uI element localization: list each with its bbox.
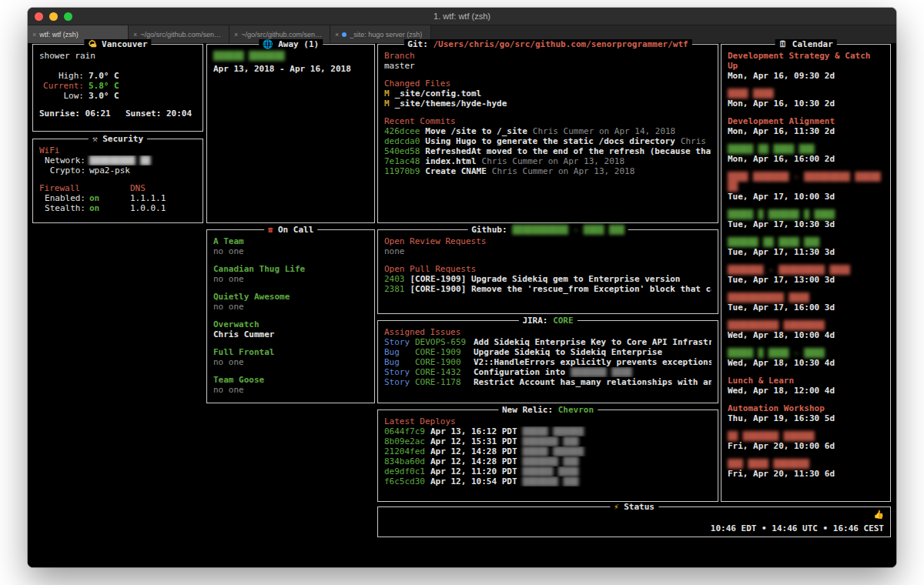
deploy-hash: 834ba60d [384,456,425,466]
git-title-prefix: Git: [407,39,428,49]
branch-name: master [384,61,711,71]
pull-requests-header: Open Pull Requests [384,264,711,274]
calendar-event-date: Tue, Apr 17, 11:30 3d [728,247,884,257]
calendar-event: █████ █ ████ - ████ Wed, Apr 18, 10:30 4… [728,348,884,368]
file-flag: M [384,89,390,99]
away-title: Away (1) [278,39,319,49]
calendar-event: ████ ████ Mon, Apr 16, 10:30 2d [728,89,884,109]
weather-title: Vancouver [102,39,148,49]
calendar-event-title: █████ █ ████ - ████ [728,348,884,358]
weather-sunrise: Sunrise: 06:21 [39,109,111,119]
deploy-hash: 8b09e2ac [384,436,425,446]
issue-description: Upgrade Sidekiq to Sidekiq Enterprise [474,347,662,357]
deploy-row: 0644f7c9Apr 13, 16:12 PDT█████ ██████ [384,426,711,436]
calendar-panel: 🗓 Calendar Development Strategy & Catch … [721,44,891,502]
terminal-content: 🌤 Vancouver shower rain High:7.0° C Curr… [28,43,896,567]
calendar-event-title: ████ ███████ - █████████ █████ ██ [728,172,884,192]
calendar-event-title: ██████ ██ ████ ███ [728,237,884,247]
calendar-event-title: Development Strategy & Catch Up [728,51,884,71]
calendar-event-date: Tue, Apr 17, 10:00 3d [728,192,884,202]
issue-type: Story [384,377,415,387]
away-dates: Apr 13, 2018 - Apr 16, 2018 [213,64,368,74]
calendar-event-title: ███████ - █████████ ████ [728,265,884,275]
tab-close-icon[interactable]: × [32,31,36,38]
minimize-window-button[interactable] [49,12,58,21]
terminal-window: 1. wtf: wtf (zsh) × wtf: wtf (zsh) × ~/g… [28,8,896,567]
dns-primary: 1.1.1.1 [130,193,166,203]
tab-activity-dot [342,32,346,37]
calendar-title: Calendar [792,39,833,49]
weather-low-value: 3.0° C [89,91,119,101]
firewall-enabled-value: on [89,193,99,203]
pr-number: 2403 [384,274,405,284]
changed-file: M_site/config.toml [384,89,711,99]
calendar-event-title: Automation Workshop [728,403,884,413]
calendar-event-date: Fri, Apr 20, 10:00 6d [728,441,884,451]
traffic-lights [35,12,72,21]
tab-label: wtf: wtf (zsh) [39,31,79,38]
oncall-person: no one [213,357,368,367]
tab-label: _site: hugo server (zsh) [350,31,422,38]
issue-id: CORE-1178 [415,377,474,387]
calendar-event-title: ███████████ ████ [728,292,884,303]
wifi-header: WiFi [39,145,196,155]
away-person: ██████ ███████ [213,51,368,61]
oncall-person: no one [213,246,368,256]
weather-condition: shower rain [39,51,196,61]
issue-description: Add Sidekiq Enterprise Key to Core API I… [474,337,711,347]
jira-title-prefix: JIRA: [522,316,547,326]
weather-high-value: 7.0° C [89,71,119,81]
deploy-author: ███████ ███ [523,436,579,446]
issue-description: Configuration into [474,367,565,377]
tab-close-icon[interactable]: × [234,31,238,38]
calendar-event: ██████ ██ ████ ███ Tue, Apr 17, 11:30 3d [728,237,884,257]
github-panel-title: Github: ███████████ - ████ ███ [467,225,628,235]
security-panel-title: ⚒ Security [89,134,147,144]
newrelic-title-prefix: New Relic: [502,405,553,415]
calendar-event-date: Wed, Apr 18, 10:30 4d [728,358,884,368]
deploy-hash: f6c5cd30 [384,476,425,486]
file-flag: M [384,99,390,109]
weather-icon: 🌤 [88,39,96,49]
commit-meta: Chris Cummer on Apr 13, 2018 [482,156,624,166]
calendar-event: ██████████ ████████ Wed, Apr 18, 10:00 4… [728,320,884,340]
deploy-author: ███████ ███ [523,456,579,466]
calendar-event: ██ ███████ ██████ Fri, Apr 20, 10:00 6d [728,431,884,451]
deploy-date: Apr 12, 11:20 PDT [430,466,517,476]
commit-meta: Chris Cummer on Apr 13, 2018 [492,166,634,176]
tab-close-icon[interactable]: × [133,31,137,38]
jira-issue-row: BugCORE-1909Upgrade Sidekiq to Sidekiq E… [384,347,711,357]
close-window-button[interactable] [35,12,43,21]
network-value: █████████ ██ [89,155,150,165]
weather-panel: 🌤 Vancouver shower rain High:7.0° C Curr… [32,44,203,132]
commit-row: dedcda0Using Hugo to generate the static… [384,136,711,146]
deploy-row: de9df0c1Apr 12, 11:20 PDT██████ ████ [384,466,711,476]
weather-low-label: Low: [39,91,84,101]
calendar-event-title: █████ █ ██████ █ ████ [728,209,884,219]
zoom-window-button[interactable] [64,12,72,21]
security-title: Security [102,134,143,144]
calendar-icon: 🗓 [778,39,787,49]
commit-hash: 426dcee [384,126,420,136]
git-panel-title: Git: /Users/chris/go/src/github.com/seno… [403,39,691,49]
tab-close-icon[interactable]: × [335,31,339,38]
issue-id: CORE-1900 [415,357,474,367]
oncall-group: Canadian Thug Life no one [213,264,368,284]
calendar-event-date: Wed, Apr 18, 12:00 4d [728,386,884,396]
weather-current-value: 5.8° C [89,81,119,91]
pull-request-row: 2381[CORE-1900] Remove the 'rescue_from … [384,284,711,294]
calendar-event: Development Strategy & Catch Up Mon, Apr… [728,51,884,81]
calendar-event: Automation Workshop Thu, Apr 19, 16:30 5… [728,403,884,423]
oncall-group: Overwatch Chris Cummer [213,319,368,339]
oncall-team-name: A Team [213,236,368,246]
jira-project-name: CORE [553,316,574,326]
titlebar: 1. wtf: wtf (zsh) [28,8,896,25]
commit-message: Create CNAME [425,166,486,176]
calendar-event-title: ████ ████ [728,89,884,99]
phone-icon: ☎ [268,225,273,235]
calendar-event: ███ ████ ███████ Fri, Apr 20, 11:30 6d [728,459,884,479]
calendar-event-date: Tue, Apr 17, 10:30 3d [728,219,884,229]
github-repo-name: ███████████ - ████ ███ [512,225,624,235]
calendar-event-date: Mon, Apr 16, 16:00 2d [728,154,884,164]
pr-description: [CORE-1900] Remove the 'rescue_from Exce… [410,284,712,294]
